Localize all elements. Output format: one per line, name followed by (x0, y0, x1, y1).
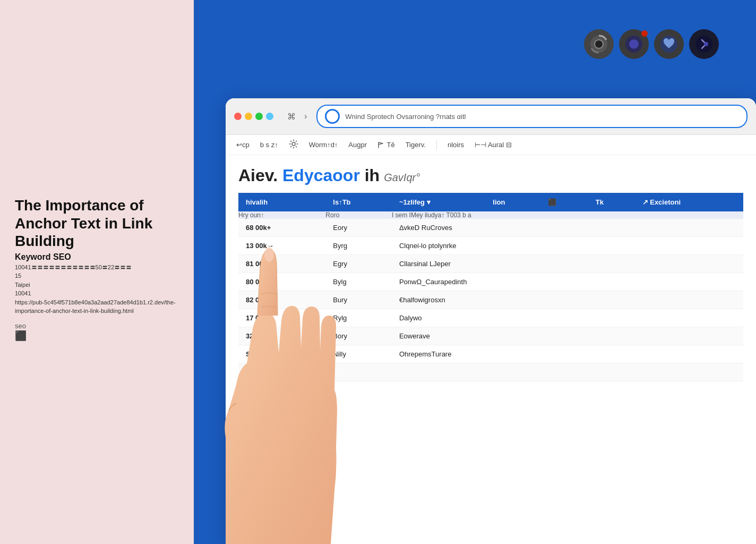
table-row: 8E 00k+ (238, 363, 743, 381)
cell-volume-4: 82 00k+ (238, 291, 325, 309)
page-title-text4: ih (365, 166, 380, 185)
toolbar-item-augpr[interactable]: Augpr (348, 141, 367, 149)
browser-window: ⌘ › Wnind Sprotech Ovsarroning ?rnats αi… (226, 98, 756, 544)
toolbar-item-1[interactable]: b s z↑ (260, 141, 278, 149)
page-title-text2: Edycaoor (282, 166, 360, 185)
omnibox-icon (325, 109, 340, 124)
browser-nav: ⌘ › (284, 110, 310, 123)
nav-forward-icon[interactable]: › (301, 110, 310, 122)
table-row: 68 00k+ Eory ΔvkeD RuCroves (238, 219, 743, 237)
svg-point-3 (629, 39, 639, 49)
sidebar: The Importance of Anchor Text in Link Bu… (0, 0, 194, 544)
subheader-text: I sem IMey iludya↑ T003 b a (392, 211, 743, 219)
browser-logo-1-icon (589, 35, 608, 54)
table-header-row: hivalih ls↑Tb ~1zlifeg ▾ lion ⬛ Tk ↗ Exc… (238, 193, 743, 211)
sidebar-meta-url: https://pub-5c454f571b8e40a3a2aad27ade84… (15, 298, 179, 316)
toolbar-item-worm[interactable]: Worm↑d↑ (309, 141, 338, 149)
toolbar-item-te[interactable]: Tē (377, 141, 395, 149)
cell-diff-7: Nilly (325, 345, 392, 363)
browser-toolbar: ↩cp b s z↑ Worm↑d↑ Augpr Tē Tigerv. nloi… (226, 135, 756, 155)
data-table: hivalih ls↑Tb ~1zlifeg ▾ lion ⬛ Tk ↗ Exc… (238, 193, 743, 381)
cell-name-3: PonwΩ_Caurapedinth (392, 273, 743, 291)
browser-logo-3-icon (659, 35, 678, 54)
col-header-hivalih: hivalih (238, 193, 325, 211)
table-row: 13 00k→ Byrg Clqnei-lo ptolynrke (238, 237, 743, 255)
sidebar-tag-icon: ⬛ (15, 330, 179, 342)
svg-point-6 (704, 42, 708, 46)
browser-icon-1 (584, 29, 614, 59)
table-row: S0 00k+ Nilly OhrepemsTurare (238, 345, 743, 363)
page-title-sub: GavIqr° (384, 172, 420, 184)
browser-logo-2-icon (624, 35, 643, 54)
traffic-lights (234, 113, 273, 120)
flag-icon (377, 141, 385, 149)
cell-name-1: Clqnei-lo ptolynrke (392, 237, 743, 255)
cell-name-5: Dalywo (392, 309, 743, 327)
cell-volume-1: 13 00k→ (238, 237, 325, 255)
cell-volume-5: 17 004+ (238, 309, 325, 327)
toolbar-separator (436, 140, 437, 150)
subheader-hryoun: Hry oun↑ (238, 211, 325, 219)
nav-back-icon[interactable]: ⌘ (284, 110, 299, 123)
sidebar-title: The Importance of Anchor Text in Link Bu… (15, 197, 179, 250)
browser-icon-2-container (619, 29, 649, 59)
toolbar-item-nloirs[interactable]: nloirs (448, 141, 464, 149)
cell-name-4: €halfowigrosxn (392, 291, 743, 309)
svg-point-7 (292, 142, 295, 146)
cell-diff-8 (325, 363, 392, 381)
cell-volume-8: 8E 00k+ (238, 363, 325, 381)
traffic-light-close[interactable] (234, 113, 242, 120)
cell-diff-5: Rylg (325, 309, 392, 327)
table-subheader-row: Hry oun↑ Roro I sem IMey iludya↑ T003 b … (238, 211, 743, 219)
toolbar-item-2[interactable] (289, 139, 298, 150)
traffic-light-extra[interactable] (266, 113, 273, 120)
col-header-lion: lion (485, 193, 540, 211)
cell-diff-2: Egry (325, 255, 392, 273)
browser-chrome: ⌘ › Wnind Sprotech Ovsarroning ?rnats αi… (226, 98, 756, 135)
col-header-1zlifeg: ~1zlifeg ▾ (392, 193, 485, 211)
omnibox-text: Wnind Sprotech Ovsarroning ?rnats αitl (345, 113, 739, 121)
traffic-light-minimize[interactable] (245, 113, 252, 120)
browser-icon-3 (654, 29, 684, 59)
col-header-tk: Tk (588, 193, 635, 211)
settings-icon (289, 139, 298, 149)
cell-name-8 (392, 363, 743, 381)
notification-dot (641, 30, 648, 37)
browser-omnibox[interactable]: Wnind Sprotech Ovsarroning ?rnats αitl (316, 105, 748, 128)
sidebar-tag: seo (15, 322, 179, 330)
col-header-excietoni: ↗ Excietoni (635, 193, 743, 211)
page-title-text1: Aiev. (238, 166, 278, 185)
cell-volume-7: S0 00k+ (238, 345, 325, 363)
top-icons-area (584, 29, 719, 59)
main-area: ⌘ › Wnind Sprotech Ovsarroning ?rnats αi… (194, 0, 756, 544)
cell-volume-2: 81 00k+ (238, 255, 325, 273)
sidebar-meta-code: 10041 (15, 289, 179, 298)
cell-diff-3: Bylg (325, 273, 392, 291)
subheader-roro: Roro (325, 211, 392, 219)
sidebar-subtitle: Keyword SEO (15, 252, 179, 262)
cell-name-0: ΔvkeD RuCroves (392, 219, 743, 237)
table-row: 82 00k+ Bury €halfowigrosxn (238, 291, 743, 309)
cell-diff-4: Bury (325, 291, 392, 309)
cell-diff-1: Byrg (325, 237, 392, 255)
table-row: 80 00k+ Bylg PonwΩ_Caurapedinth (238, 273, 743, 291)
toolbar-item-aural[interactable]: ⊢⊣ Aural ⊟ (475, 141, 512, 149)
table-row: 17 004+ Rylg Dalywo (238, 309, 743, 327)
traffic-light-maximize[interactable] (255, 113, 263, 120)
cell-name-2: Cllarsinal LJeper (392, 255, 743, 273)
toolbar-item-tigerv[interactable]: Tigerv. (406, 141, 426, 149)
browser-logo-4-icon (694, 35, 714, 54)
col-header-icon: ⬛ (540, 193, 588, 211)
browser-icon-4 (689, 29, 719, 59)
table-row: 32 00k+ Bory Eowerave (238, 327, 743, 345)
cell-diff-0: Eory (325, 219, 392, 237)
cell-volume-0: 68 00k+ (238, 219, 325, 237)
col-header-lstb: ls↑Tb (325, 193, 392, 211)
toolbar-item-0[interactable]: ↩cp (236, 141, 250, 149)
sidebar-meta-id: 10041〓〓〓〓〓〓〓〓〓〓〓50〓22〓〓〓 (15, 263, 179, 272)
svg-point-1 (595, 40, 603, 48)
sidebar-meta-city: Taipei (15, 280, 179, 290)
browser-content: Aiev. Edycaoor ih GavIqr° hivalih ls↑Tb … (226, 155, 756, 392)
cell-name-7: OhrepemsTurare (392, 345, 743, 363)
cell-volume-3: 80 00k+ (238, 273, 325, 291)
